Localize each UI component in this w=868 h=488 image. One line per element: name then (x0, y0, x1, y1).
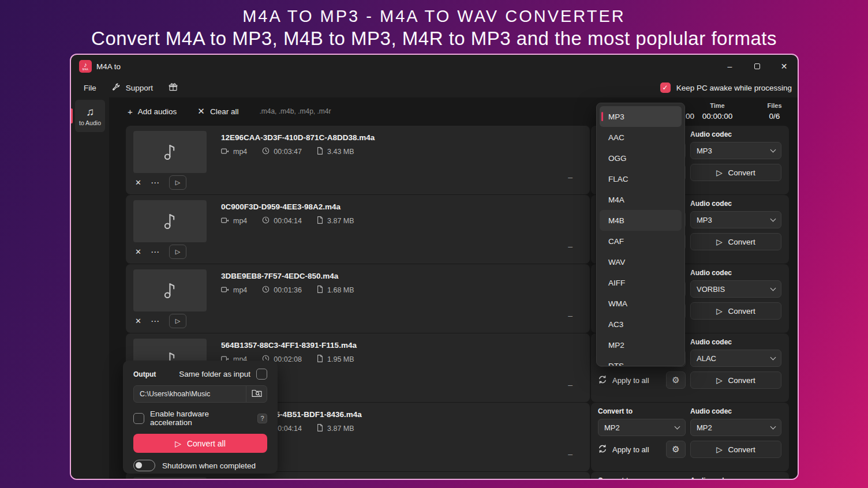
dropdown-item-flac[interactable]: FLAC (600, 168, 682, 189)
same-folder-option[interactable]: Same folder as input (179, 369, 267, 380)
maximize-button[interactable] (743, 55, 770, 78)
play-icon: ▷ (716, 376, 722, 385)
collapse-dash[interactable]: – (568, 242, 573, 251)
gear-icon: ⚙ (672, 444, 679, 455)
convert-to-select[interactable]: MP2 (598, 419, 686, 436)
shutdown-option[interactable]: Shutdown when completed (133, 460, 267, 471)
file-name: 3DBE9EB8-7F57-4EDC-850.m4a (221, 272, 338, 280)
shutdown-toggle[interactable] (133, 460, 155, 471)
play-icon: ▷ (716, 306, 722, 316)
more-options-button[interactable]: ⋯ (151, 178, 160, 188)
menu-whats-new[interactable] (168, 82, 178, 94)
convert-to-value: MP2 (604, 423, 620, 432)
convert-button[interactable]: ▷ Convert (690, 441, 781, 458)
settings-button[interactable]: ⚙ (666, 371, 686, 389)
dropdown-item-ac3[interactable]: AC3 (600, 314, 682, 335)
same-folder-checkbox[interactable] (256, 369, 267, 380)
app-icon: ♪ M4A (79, 60, 92, 73)
minimize-button[interactable]: – (716, 55, 743, 78)
file-controls: ✕ ⋯ ▷ (135, 245, 186, 259)
chevron-down-icon (770, 216, 776, 222)
hw-accel-label: Enable hardware acceleration (150, 410, 250, 427)
dropdown-item-ogg[interactable]: OGG (600, 148, 682, 168)
convert-label: Convert (728, 376, 755, 385)
menu-file-label: File (84, 84, 96, 92)
audio-codec-select[interactable]: VORBIS (690, 280, 781, 298)
close-icon: ✕ (781, 62, 788, 71)
dropdown-item-label: AC3 (608, 320, 623, 329)
sidebar-item-to-audio[interactable]: ♫ to Audio (75, 100, 105, 132)
stat-column-time: Time 00:00:00 (691, 102, 743, 121)
same-folder-label: Same folder as input (179, 370, 250, 378)
keep-awake-option[interactable]: ✓ Keep PC awake while processing (660, 78, 792, 97)
keep-awake-checkbox[interactable]: ✓ (660, 82, 671, 93)
apply-to-all-button[interactable]: Apply to all (598, 441, 663, 458)
add-audios-button[interactable]: + Add audios (128, 107, 177, 117)
preview-play-button[interactable]: ▷ (169, 314, 186, 328)
dropdown-item-aiff[interactable]: AIFF (600, 272, 682, 293)
gear-icon: ⚙ (672, 375, 679, 385)
conversion-panel: Convert to MP2 (591, 403, 789, 471)
hw-accel-option[interactable]: Enable hardware acceleration ? (133, 410, 267, 427)
dropdown-item-wav[interactable]: WAV (600, 251, 682, 272)
dropdown-item-mp3[interactable]: MP3 (600, 106, 682, 127)
file-controls: ✕ ⋯ ▷ (135, 175, 186, 190)
output-path-field[interactable]: C:\Users\khoah\Music (133, 385, 267, 403)
conversion-panel: Convert to (591, 472, 789, 480)
audio-codec-select[interactable]: MP3 (690, 142, 781, 159)
dropdown-item-label: DTS (608, 362, 624, 367)
output-label: Output (133, 370, 156, 378)
chevron-down-icon (675, 423, 680, 429)
file-meta: mp4 00:04:14 (221, 216, 354, 226)
collapse-dash[interactable]: – (568, 380, 573, 389)
preview-play-button[interactable]: ▷ (169, 245, 186, 259)
browse-folder-button[interactable] (246, 386, 267, 402)
dropdown-item-m4a[interactable]: M4A (600, 189, 682, 210)
settings-button[interactable]: ⚙ (666, 441, 686, 458)
dropdown-item-label: CAF (608, 237, 624, 246)
collapse-dash[interactable]: – (568, 311, 573, 320)
app-window: ♪ M4A M4A to – ✕ File Support (70, 54, 799, 480)
file-format: mp4 (233, 217, 247, 225)
dropdown-item-wma[interactable]: WMA (600, 293, 682, 314)
menu-file[interactable]: File (84, 84, 96, 92)
hw-accel-checkbox[interactable] (133, 413, 144, 424)
convert-button[interactable]: ▷ Convert (690, 302, 781, 320)
remove-file-button[interactable]: ✕ (135, 317, 141, 325)
music-notes-icon: ♫ (86, 106, 94, 118)
file-size: 1.95 MB (327, 355, 354, 363)
more-options-button[interactable]: ⋯ (151, 316, 160, 326)
audio-codec-select[interactable]: ALAC (690, 350, 781, 367)
dropdown-item-label: FLAC (608, 175, 628, 183)
convert-button[interactable]: ▷ Convert (690, 233, 781, 250)
audio-codec-select[interactable]: MP3 (690, 211, 781, 228)
collapse-dash[interactable]: – (568, 449, 573, 459)
remove-file-button[interactable]: ✕ (135, 247, 141, 256)
file-name: 0C900F3D-D959-4EE3-98A2.m4a (221, 202, 341, 211)
clear-all-button[interactable]: ✕ Clear all (197, 106, 238, 117)
remove-file-button[interactable]: ✕ (135, 178, 141, 187)
apply-to-all-button[interactable]: Apply to all (598, 371, 663, 389)
more-options-button[interactable]: ⋯ (151, 247, 160, 257)
dropdown-item-dts[interactable]: DTS (600, 355, 682, 366)
file-row: 12E96CAA-3D3F-410D-871C-A8DD38.m4a mp4 (126, 126, 789, 194)
music-note-icon (162, 211, 179, 232)
audio-codec-select[interactable]: MP2 (690, 419, 781, 436)
chevron-down-icon (770, 147, 776, 152)
collapse-dash[interactable]: – (568, 172, 573, 182)
convert-button[interactable]: ▷ Convert (690, 371, 781, 389)
play-icon: ▷ (175, 179, 180, 186)
convert-all-button[interactable]: ▷ Convert all (133, 434, 267, 453)
preview-play-button[interactable]: ▷ (169, 175, 186, 190)
menu-support[interactable]: Support (111, 82, 153, 93)
play-icon: ▷ (175, 439, 181, 448)
file-card: 3DBE9EB8-7F57-4EDC-850.m4a mp4 (126, 264, 590, 333)
convert-button[interactable]: ▷ Convert (690, 164, 781, 181)
help-button[interactable]: ? (257, 414, 267, 423)
dropdown-item-mp2[interactable]: MP2 (600, 335, 682, 355)
dropdown-item-aac[interactable]: AAC (600, 127, 682, 148)
dropdown-item-m4b[interactable]: M4B (600, 210, 682, 231)
close-button[interactable]: ✕ (770, 55, 798, 78)
shutdown-label: Shutdown when completed (162, 461, 256, 470)
dropdown-item-caf[interactable]: CAF (600, 231, 682, 251)
